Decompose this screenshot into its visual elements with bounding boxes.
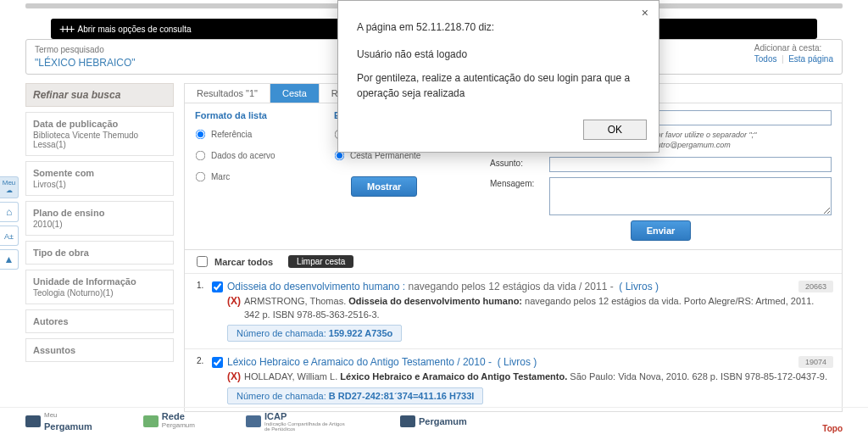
facet-data-publicacao[interactable]: Data de publicação Biblioteca Vicente Th… bbox=[25, 112, 174, 156]
brand-icon bbox=[400, 415, 415, 427]
mensagem-textarea[interactable] bbox=[549, 177, 832, 215]
radio-dados-acervo[interactable]: Dados do acervo bbox=[195, 150, 314, 161]
font-size-icon: A± bbox=[4, 232, 14, 241]
mark-all-checkbox[interactable] bbox=[197, 256, 208, 267]
brand-icon bbox=[25, 415, 41, 427]
assunto-input[interactable] bbox=[549, 157, 832, 172]
result-checkbox-wrap bbox=[212, 281, 227, 342]
facet-somente-com[interactable]: Somente com Livros(1) bbox=[25, 161, 174, 196]
brand-icon bbox=[143, 415, 159, 427]
chevron-up-icon: ▲ bbox=[4, 253, 14, 265]
add-basket-label: Adicionar à cesta: bbox=[754, 43, 833, 53]
result-bibliography: ARMSTRONG, Thomas. Odisseia do desenvolv… bbox=[244, 295, 830, 321]
brand-rede-pergamum[interactable]: RedePergamum bbox=[143, 411, 195, 432]
alert-message-2: Por gentileza, realize a autenticação do… bbox=[357, 70, 640, 101]
add-basket-box: Adicionar à cesta: Todos | Esta página bbox=[754, 43, 833, 64]
left-floating-toolbar: Meu☁ ⌂ A± ▲ bbox=[0, 176, 19, 270]
topo-link[interactable]: Topo bbox=[822, 424, 843, 433]
mark-all-row: Marcar todos Limpar cesta bbox=[185, 249, 842, 273]
tab-cesta[interactable]: Cesta bbox=[270, 84, 320, 103]
alert-ok-button[interactable]: OK bbox=[583, 120, 647, 140]
radio-referencia[interactable]: Referência bbox=[195, 129, 314, 140]
brand-icap[interactable]: ICAPIndicação Compartilhada de Artigos d… bbox=[246, 411, 349, 432]
alert-title: A página em 52.11.218.70 diz: bbox=[357, 19, 640, 35]
result-checkbox[interactable] bbox=[212, 281, 223, 292]
facet-plano-ensino[interactable]: Plano de ensino 2010(1) bbox=[25, 201, 174, 236]
result-checkbox-wrap bbox=[212, 356, 227, 404]
list-format-heading: Formato da lista bbox=[195, 110, 314, 120]
mensagem-label: Mensagem: bbox=[490, 177, 541, 215]
result-number: 2. bbox=[197, 356, 212, 404]
remove-icon[interactable]: (X) bbox=[227, 295, 241, 307]
facet-unidade-informacao[interactable]: Unidade de Informação Teologia (Noturno)… bbox=[25, 270, 174, 304]
brand-meu-pergamum[interactable]: MeuPergamum bbox=[25, 411, 92, 432]
tab-resultados[interactable]: Resultados "1" bbox=[185, 84, 270, 103]
lt-home[interactable]: ⌂ bbox=[0, 202, 19, 222]
result-number: 1. bbox=[197, 281, 212, 342]
facet-assuntos[interactable]: Assuntos bbox=[25, 338, 174, 362]
call-number-box[interactable]: Número de chamada: B RD27-242:81´374=411… bbox=[227, 387, 483, 404]
result-title-link[interactable]: Odisseia do desenvolvimento humano : nav… bbox=[227, 281, 830, 292]
add-all-link[interactable]: Todos bbox=[754, 54, 777, 64]
refine-heading: Refinar sua busca bbox=[25, 83, 174, 107]
brand-pergamum[interactable]: Pergamum bbox=[400, 415, 467, 427]
assunto-label: Assunto: bbox=[490, 157, 541, 172]
footer: MeuPergamum RedePergamum ICAPIndicação C… bbox=[0, 407, 868, 435]
refine-sidebar: Refinar sua busca Data de publicação Bib… bbox=[25, 83, 174, 412]
lt-font-size[interactable]: A± bbox=[0, 226, 19, 246]
browser-alert-dialog: × A página em 52.11.218.70 diz: Usuário … bbox=[337, 0, 659, 153]
lt-meu[interactable]: Meu☁ bbox=[0, 176, 19, 198]
remove-icon[interactable]: (X) bbox=[227, 370, 241, 382]
clear-basket-button[interactable]: Limpar cesta bbox=[288, 255, 353, 268]
add-this-page-link[interactable]: Esta página bbox=[788, 54, 833, 64]
close-icon[interactable]: × bbox=[637, 4, 654, 21]
layers-icon: ☁ bbox=[6, 187, 13, 194]
brand-icon bbox=[246, 415, 261, 427]
call-number-box[interactable]: Número de chamada: 159.922 A735o bbox=[227, 325, 402, 342]
plus-icon: +++ bbox=[59, 22, 73, 36]
result-bibliography: HOLLADAY, William L. Léxico Hebraico e A… bbox=[244, 370, 827, 383]
acervo-number: 19074 bbox=[798, 356, 833, 368]
facet-tipo-obra[interactable]: Tipo de obra bbox=[25, 241, 174, 265]
result-checkbox[interactable] bbox=[212, 357, 223, 368]
result-item: 1. Odisseia do desenvolvimento humano : … bbox=[185, 273, 842, 348]
list-format-panel: Formato da lista Referência Dados do ace… bbox=[195, 110, 314, 241]
lt-top[interactable]: ▲ bbox=[0, 249, 19, 270]
result-title-link[interactable]: Léxico Hebraico e Aramaico do Antigo Tes… bbox=[227, 356, 830, 368]
mark-all-label: Marcar todos bbox=[214, 257, 273, 267]
facet-autores[interactable]: Autores bbox=[25, 309, 174, 333]
radio-marc[interactable]: Marc bbox=[195, 171, 314, 182]
result-item: 2. Léxico Hebraico e Aramaico do Antigo … bbox=[185, 348, 842, 410]
results-list: 1. Odisseia do desenvolvimento humano : … bbox=[185, 273, 842, 410]
home-icon: ⌂ bbox=[6, 206, 12, 218]
more-options-label: Abrir mais opções de consulta bbox=[78, 25, 192, 34]
enviar-button[interactable]: Enviar bbox=[631, 220, 692, 241]
mostrar-button[interactable]: Mostrar bbox=[351, 176, 417, 197]
alert-message-1: Usuário não está logado bbox=[357, 47, 640, 62]
acervo-number: 20663 bbox=[798, 281, 833, 292]
